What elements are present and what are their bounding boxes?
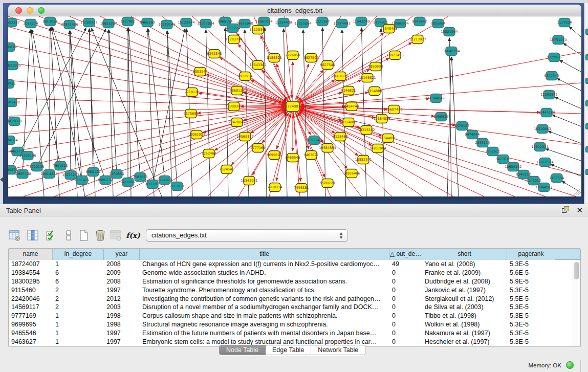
network-node[interactable]: 1117304 (557, 18, 572, 27)
results-panel-edge[interactable] (584, 3, 588, 204)
network-node[interactable]: 7901915 (53, 162, 68, 170)
citation-network-graph[interactable]: 1055328720557248813054208914061608831710… (8, 16, 581, 196)
network-node[interactable]: 8912954 (238, 72, 253, 81)
network-node[interactable]: 9699695 (267, 151, 282, 160)
network-node[interactable]: 10654112 (505, 163, 521, 171)
network-node[interactable]: 15692921 (531, 143, 548, 151)
network-node[interactable]: 8471676 (496, 155, 511, 164)
network-node[interactable]: 9151347 (307, 136, 322, 145)
network-edge[interactable] (293, 106, 372, 145)
network-node[interactable]: 7524541 (220, 165, 234, 174)
network-node[interactable]: 10653287 (100, 19, 117, 28)
table-row[interactable]: 911546021997Tourette syndrome. Phenomeno… (9, 286, 580, 295)
network-node[interactable]: 10974493 (333, 19, 350, 28)
column-header-in-degree[interactable]: in_degree (53, 249, 104, 260)
network-hub-node[interactable]: 1724007 (286, 101, 300, 112)
network-edge[interactable] (563, 43, 581, 55)
network-node[interactable]: 9474444 (465, 130, 480, 139)
column-header-year[interactable]: year (104, 249, 140, 260)
network-node[interactable]: 1167534 (550, 174, 564, 183)
network-edge[interactable] (546, 149, 581, 161)
network-node[interactable]: 9175685 (184, 110, 199, 118)
network-node[interactable]: 15122874 (178, 18, 194, 27)
network-node[interactable]: 15821994 (441, 28, 458, 36)
network-node[interactable]: 9227343 (545, 72, 559, 80)
network-node[interactable]: 11544096 (379, 134, 396, 143)
network-edge[interactable] (109, 30, 117, 174)
network-node[interactable]: 12164036 (373, 115, 390, 123)
network-node[interactable]: 1527602 (121, 17, 136, 26)
network-node[interactable]: 2518019 (8, 43, 16, 52)
network-edge[interactable] (293, 70, 323, 106)
network-node[interactable]: 9777169 (251, 144, 266, 152)
network-node[interactable]: 10607493 (385, 105, 402, 114)
network-node[interactable]: 9463627 (304, 151, 319, 160)
network-node[interactable]: 9827509 (304, 54, 319, 62)
network-edge[interactable] (569, 27, 581, 37)
network-node[interactable]: 2226058 (286, 51, 300, 60)
network-node[interactable]: 7930314 (268, 183, 282, 192)
delete-table-button[interactable] (108, 228, 123, 243)
network-node[interactable]: 7632621 (486, 147, 500, 156)
network-edge[interactable] (322, 28, 325, 196)
network-node[interactable]: 7850938 (368, 62, 383, 71)
network-node[interactable]: 8990132 (98, 176, 113, 185)
column-header-title[interactable]: title (140, 249, 389, 260)
network-node[interactable]: 19861094 (255, 17, 272, 26)
network-edge[interactable] (49, 28, 50, 174)
network-edge[interactable] (85, 110, 285, 196)
column-header-out-degree[interactable]: △ out_de… (389, 249, 422, 260)
network-node[interactable]: 2935114 (475, 139, 490, 147)
network-edge[interactable] (167, 31, 172, 196)
network-canvas[interactable]: 1055328720557248813054208914061608831710… (8, 16, 581, 196)
network-node[interactable]: 8949642 (412, 17, 427, 26)
network-node[interactable]: 12215094 (294, 19, 311, 28)
control-panel-edge[interactable] (0, 3, 3, 204)
panel-collapse-arrow-icon[interactable] (0, 177, 3, 182)
network-node[interactable]: 16648794 (443, 47, 460, 56)
network-node[interactable]: 18300295 (225, 102, 242, 111)
table-row[interactable]: 1456911722003Disruption of a novel membe… (9, 303, 580, 312)
network-node[interactable]: 7851964 (431, 19, 446, 28)
network-node[interactable]: 10719145 (158, 20, 175, 29)
network-node[interactable]: 12444189 (538, 108, 555, 117)
network-node[interactable]: 9416909 (121, 178, 136, 187)
table-row[interactable]: 1938455462009Genome-wide association stu… (9, 269, 580, 277)
table-row[interactable]: 977716911998Corpus callosum shape and si… (9, 312, 580, 320)
network-node[interactable]: 2667608 (333, 72, 348, 81)
network-edge[interactable] (167, 31, 177, 186)
network-node[interactable]: 8096919 (434, 113, 449, 121)
network-edge[interactable] (70, 31, 71, 175)
table-row[interactable]: 1830029562008Estimation of significance … (9, 277, 580, 286)
tab-network-table[interactable]: Network Table (311, 345, 365, 355)
create-column-button[interactable] (77, 228, 91, 243)
network-node[interactable]: 9154880 (367, 87, 382, 96)
network-node[interactable]: 12093872 (540, 91, 557, 99)
network-node[interactable]: 2803144 (193, 68, 208, 76)
table-row[interactable]: 969969511998Structural magnetic resonanc… (9, 320, 580, 329)
function-builder-button[interactable]: f(x) (126, 228, 140, 243)
tab-node-table[interactable]: Node Table (220, 345, 266, 355)
network-node[interactable]: 8454749 (344, 102, 359, 111)
network-node[interactable]: 11254409 (275, 18, 292, 27)
tab-edge-table[interactable]: Edge Table (266, 345, 311, 355)
network-node[interactable]: 11543049 (353, 17, 369, 26)
network-window-titlebar[interactable]: citations_edges.txt (8, 5, 581, 16)
row-selection-button[interactable] (61, 228, 76, 243)
network-node[interactable]: 9115460 (333, 133, 348, 141)
window-resize-grip[interactable] (574, 189, 580, 195)
network-node[interactable]: 12125345 (249, 26, 266, 34)
network-node[interactable]: 10852371 (355, 156, 372, 164)
network-edge[interactable] (300, 109, 546, 196)
network-edge[interactable] (560, 60, 581, 72)
network-node[interactable]: 2360854 (110, 170, 124, 179)
network-node[interactable]: 11283794 (225, 35, 242, 44)
network-node[interactable]: 9860122 (86, 168, 101, 177)
network-node[interactable]: 9242848 (207, 50, 222, 58)
network-node[interactable]: 16210643 (534, 125, 551, 134)
network-node[interactable]: 2718120 (185, 88, 200, 97)
network-node[interactable]: 10631605 (8, 61, 21, 70)
column-header-name[interactable]: name (9, 249, 53, 260)
network-node[interactable]: 7252468 (202, 149, 216, 158)
network-node[interactable]: 9146821 (341, 86, 356, 95)
